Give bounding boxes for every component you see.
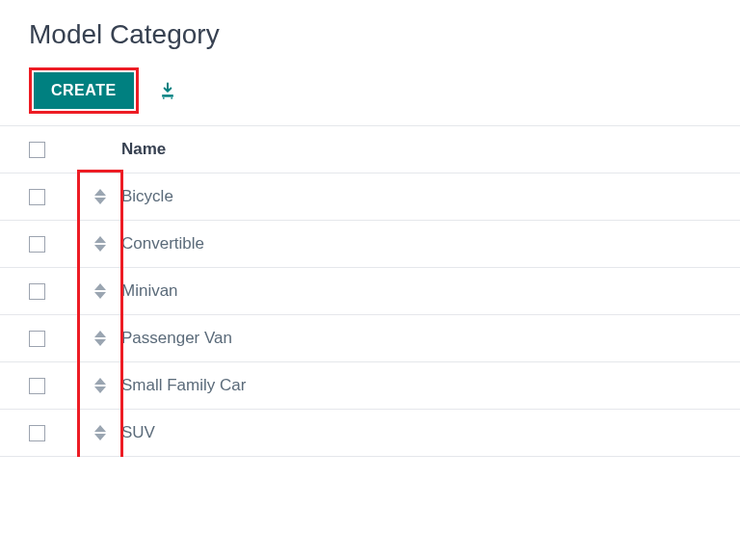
svg-marker-11 xyxy=(94,378,106,385)
page: Model Category CREATE Name xyxy=(0,0,740,457)
table-row[interactable]: SUV xyxy=(0,410,740,457)
table-row[interactable]: Minivan xyxy=(0,268,740,315)
row-checkbox[interactable] xyxy=(29,378,45,394)
select-all-cell xyxy=(29,142,79,158)
page-title: Model Category xyxy=(29,19,711,50)
row-checkbox[interactable] xyxy=(29,189,45,205)
svg-marker-9 xyxy=(94,331,106,337)
svg-marker-10 xyxy=(94,339,106,346)
toolbar: CREATE xyxy=(29,67,711,114)
svg-marker-4 xyxy=(94,198,106,204)
row-checkbox[interactable] xyxy=(29,236,45,253)
download-icon[interactable] xyxy=(158,81,177,100)
table-row[interactable]: Bicycle xyxy=(0,173,740,221)
create-button-highlight: CREATE xyxy=(29,67,139,114)
svg-point-2 xyxy=(171,97,172,99)
table: Name Bicycle Convertible Minivan xyxy=(0,125,740,457)
drag-handle-icon[interactable] xyxy=(94,425,106,440)
drag-handle-icon[interactable] xyxy=(94,331,106,346)
row-checkbox[interactable] xyxy=(29,283,45,300)
drag-handle-icon[interactable] xyxy=(94,189,106,204)
row-name: SUV xyxy=(121,423,711,442)
svg-marker-5 xyxy=(94,236,106,243)
row-checkbox[interactable] xyxy=(29,425,45,441)
row-name: Small Family Car xyxy=(121,376,711,395)
table-row[interactable]: Passenger Van xyxy=(0,315,740,362)
drag-handle-icon[interactable] xyxy=(94,378,106,393)
select-all-checkbox[interactable] xyxy=(29,142,45,158)
row-checkbox[interactable] xyxy=(29,331,45,347)
svg-rect-0 xyxy=(162,94,173,97)
svg-marker-3 xyxy=(94,189,106,196)
column-header-name[interactable]: Name xyxy=(121,140,711,159)
page-header: Model Category CREATE xyxy=(0,0,740,125)
row-name: Convertible xyxy=(121,234,711,253)
table-body: Bicycle Convertible Minivan Passenger Va… xyxy=(0,173,740,457)
row-name: Passenger Van xyxy=(121,329,711,348)
svg-point-1 xyxy=(163,97,165,99)
table-header-row: Name xyxy=(0,126,740,173)
svg-marker-13 xyxy=(94,425,106,432)
create-button[interactable]: CREATE xyxy=(34,72,134,109)
svg-marker-8 xyxy=(94,292,106,299)
svg-marker-14 xyxy=(94,434,106,440)
drag-handle-icon[interactable] xyxy=(94,236,106,252)
svg-marker-7 xyxy=(94,283,106,290)
drag-handle-icon[interactable] xyxy=(94,283,106,299)
svg-marker-12 xyxy=(94,387,106,393)
row-name: Bicycle xyxy=(121,187,711,206)
svg-marker-6 xyxy=(94,245,106,252)
table-row[interactable]: Convertible xyxy=(0,221,740,268)
row-name: Minivan xyxy=(121,281,711,301)
table-row[interactable]: Small Family Car xyxy=(0,362,740,410)
